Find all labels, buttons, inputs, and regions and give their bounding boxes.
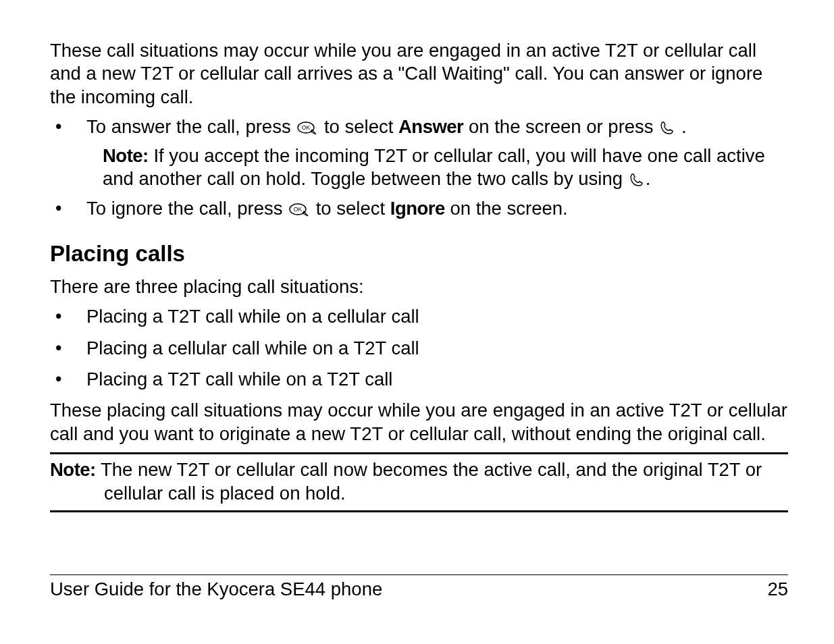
placing-list: Placing a T2T call while on a cellular c… — [50, 305, 788, 391]
ignore-label: Ignore — [390, 198, 445, 219]
note-label: Note: — [50, 459, 96, 480]
list-item: Placing a T2T call while on a T2T call — [50, 368, 788, 391]
section-heading-placing-calls: Placing calls — [50, 240, 788, 267]
page-footer: User Guide for the Kyocera SE44 phone 25 — [50, 574, 788, 601]
bullet-answer: To answer the call, press OK to select A… — [50, 115, 788, 190]
footer-title: User Guide for the Kyocera SE44 phone — [50, 578, 382, 601]
svg-text:OK: OK — [302, 124, 311, 131]
placing-intro: There are three placing call situations: — [50, 275, 788, 298]
ok-bubble-icon: OK — [297, 122, 317, 135]
text: To answer the call, press — [86, 116, 296, 137]
text: on the screen. — [450, 198, 567, 219]
svg-text:OK: OK — [294, 206, 303, 213]
intro-paragraph: These call situations may occur while yo… — [50, 39, 788, 109]
text: . — [681, 116, 687, 137]
text: To ignore the call, press — [86, 198, 288, 219]
text: If you accept the incoming T2T or cellul… — [103, 145, 765, 189]
answer-ignore-list: To answer the call, press OK to select A… — [50, 115, 788, 221]
text: to select — [324, 116, 398, 137]
list-item: Placing a cellular call while on a T2T c… — [50, 337, 788, 360]
note-text: The new T2T or cellular call now becomes… — [96, 459, 762, 503]
text: on the screen or press — [469, 116, 658, 137]
talk-handset-icon — [660, 120, 675, 135]
note-box: Note: The new T2T or cellular call now b… — [50, 452, 788, 512]
ok-bubble-icon: OK — [289, 203, 309, 217]
text: . — [646, 168, 651, 189]
page: These call situations may occur while yo… — [0, 0, 834, 644]
page-number: 25 — [767, 578, 788, 601]
list-item: Placing a T2T call while on a cellular c… — [50, 305, 788, 328]
talk-handset-icon — [629, 172, 644, 187]
bullet-ignore: To ignore the call, press OK to select I… — [50, 197, 788, 220]
placing-paragraph: These placing call situations may occur … — [50, 399, 788, 446]
text: to select — [316, 198, 390, 219]
note-label: Note: — [103, 145, 149, 166]
note-inline: Note: If you accept the incoming T2T or … — [103, 144, 788, 191]
answer-label: Answer — [398, 116, 463, 137]
footer-rule — [50, 574, 788, 575]
